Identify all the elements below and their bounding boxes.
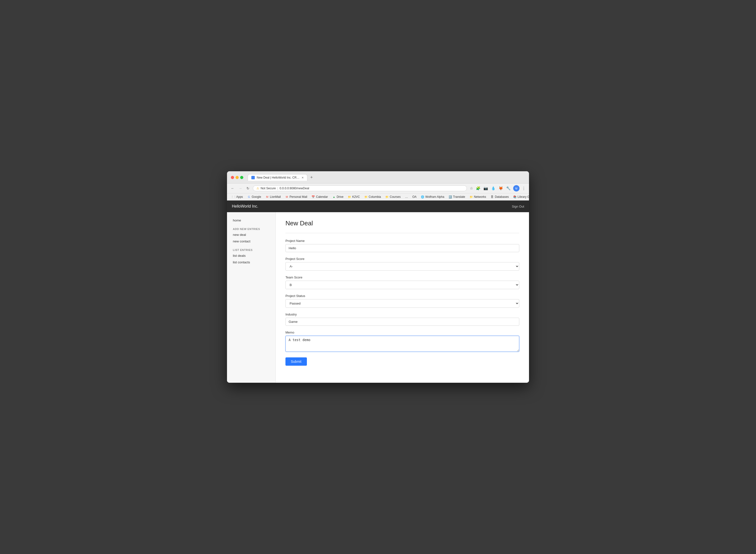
url-text: 0.0.0.0:8080/newDeal: [280, 186, 309, 190]
bookmark-oa[interactable]: OA: [410, 195, 418, 199]
bookmark-courses-label: Courses: [390, 195, 401, 199]
app-topnav: HelloWorld Inc. Sign Out: [227, 201, 529, 212]
sidebar: home ADD NEW ENTRIES new deal new contac…: [227, 212, 276, 383]
bookmark-k2vc-label: K2VC: [352, 195, 360, 199]
project-score-select[interactable]: A+ A A- B+ B B- C+ C C- D F: [285, 262, 519, 271]
profile-avatar[interactable]: U: [513, 185, 520, 191]
team-score-select[interactable]: A+ A A- B+ B B- C+ C C- D F: [285, 281, 519, 289]
project-status-label: Project Status: [285, 294, 519, 298]
bookmark-translate[interactable]: 🔤 Translate: [447, 195, 467, 199]
bookmark-lionmail-label: LionMail: [270, 195, 281, 199]
new-tab-button[interactable]: +: [309, 175, 314, 180]
close-button[interactable]: [231, 176, 234, 179]
minimize-button[interactable]: [236, 176, 239, 179]
bookmark-calendar[interactable]: 📅 Calendar: [309, 195, 330, 199]
bookmark-personal-mail-label: Personal Mail: [290, 195, 307, 199]
bookmark-library-genesis-label: Library Genesis: [518, 195, 529, 199]
back-button[interactable]: ←: [230, 186, 235, 191]
bookmark-wolfram[interactable]: 🌐 Wolfram Alpha: [419, 195, 446, 199]
drive-icon: ▲: [332, 195, 336, 199]
tab-favicon: [251, 176, 255, 179]
project-name-input[interactable]: [285, 244, 519, 252]
library-genesis-icon: 📚: [513, 195, 517, 199]
sidebar-list-section: LIST ENTRIES: [227, 244, 276, 253]
project-score-group: Project Score A+ A A- B+ B B- C+ C C- D …: [285, 257, 519, 271]
memo-group: Memo A test demo: [285, 331, 519, 352]
active-tab[interactable]: New Deal | HelloWorld Inc. CR… ✕: [248, 174, 307, 181]
team-score-label: Team Score: [285, 276, 519, 279]
submit-button[interactable]: Submit: [285, 357, 307, 366]
app-logo: HelloWorld Inc.: [232, 204, 258, 209]
bookmark-google-label: Google: [251, 195, 261, 199]
courses-folder-icon: 📁: [385, 195, 389, 199]
security-icon: ⚠: [256, 186, 259, 190]
memo-textarea[interactable]: A test demo: [285, 336, 519, 352]
bookmark-google[interactable]: G Google: [245, 195, 263, 199]
bookmark-more-label: …: [405, 195, 408, 199]
industry-group: Industry: [285, 313, 519, 326]
bookmark-apps[interactable]: ⋮⋮ Apps: [230, 195, 245, 199]
personal-mail-icon: M: [285, 195, 289, 199]
columbia-folder-icon: 📁: [364, 195, 368, 199]
bookmark-wolfram-label: Wolfram Alpha: [425, 195, 444, 199]
bookmark-databases[interactable]: 🗄 Databases: [488, 195, 511, 199]
signout-button[interactable]: Sign Out: [512, 205, 524, 208]
memo-label: Memo: [285, 331, 519, 334]
extension-puzzle2-button[interactable]: 🔧: [506, 186, 511, 191]
sidebar-item-new-deal[interactable]: new deal: [227, 231, 276, 238]
sidebar-item-new-contact[interactable]: new contact: [227, 238, 276, 244]
bookmarks-bar: ⋮⋮ Apps G Google M LionMail M Personal M…: [227, 193, 529, 201]
bookmark-personal-mail[interactable]: M Personal Mail: [283, 195, 309, 199]
maximize-button[interactable]: [240, 176, 243, 179]
content-area: New Deal Project Name Project Score A+ A…: [276, 212, 529, 383]
forward-button[interactable]: →: [238, 186, 243, 191]
bookmark-apps-label: Apps: [236, 195, 243, 199]
apps-icon: ⋮⋮: [232, 195, 235, 199]
project-status-select[interactable]: Passed Failed Pending In Progress: [285, 299, 519, 308]
bookmark-calendar-label: Calendar: [316, 195, 328, 199]
networks-folder-icon: 📁: [470, 195, 473, 199]
reload-button[interactable]: ↻: [245, 186, 250, 191]
bookmark-networks-label: Networks: [474, 195, 486, 199]
bookmark-drive-label: Drive: [337, 195, 343, 199]
menu-button[interactable]: ⋮: [521, 186, 526, 191]
translate-icon: 🔤: [449, 195, 452, 199]
address-bar-row: ← → ↻ ⚠ Not Secure | 0.0.0.0:8080/newDea…: [227, 183, 529, 193]
bookmark-drive[interactable]: ▲ Drive: [330, 195, 345, 199]
extension-fox-button[interactable]: 🦊: [498, 186, 504, 191]
google-icon: G: [247, 195, 251, 199]
k2vc-folder-icon: 📁: [348, 195, 351, 199]
project-score-label: Project Score: [285, 257, 519, 261]
databases-icon: 🗄: [490, 195, 494, 199]
team-score-group: Team Score A+ A A- B+ B B- C+ C C- D F: [285, 276, 519, 289]
bookmark-star-button[interactable]: ☆: [469, 186, 473, 191]
industry-input[interactable]: [285, 318, 519, 326]
extension-camera-button[interactable]: 📷: [483, 186, 488, 191]
bookmark-columbia[interactable]: 📁 Columbia: [362, 195, 383, 199]
sidebar-item-list-contacts[interactable]: list contacts: [227, 259, 276, 266]
bookmark-lionmail[interactable]: M LionMail: [264, 195, 283, 199]
project-name-label: Project Name: [285, 239, 519, 243]
sidebar-item-home[interactable]: home: [227, 217, 276, 224]
sidebar-item-list-deals[interactable]: list deals: [227, 253, 276, 259]
sidebar-add-new-section: ADD NEW ENTRIES: [227, 224, 276, 231]
bookmark-k2vc[interactable]: 📁 K2VC: [346, 195, 362, 199]
bookmark-library-genesis[interactable]: 📚 Library Genesis: [511, 195, 529, 199]
project-name-group: Project Name: [285, 239, 519, 252]
extension-puzzle-button[interactable]: 🧩: [475, 186, 481, 191]
bookmark-translate-label: Translate: [453, 195, 465, 199]
wolfram-icon: 🌐: [421, 195, 424, 199]
extension-dropper-button[interactable]: 💧: [490, 186, 496, 191]
industry-label: Industry: [285, 313, 519, 316]
bookmark-courses[interactable]: 📁 Courses: [383, 195, 403, 199]
bookmark-databases-label: Databases: [495, 195, 509, 199]
page-title: New Deal: [285, 220, 519, 227]
lionmail-icon: M: [266, 195, 269, 199]
calendar-icon: 📅: [311, 195, 315, 199]
url-divider: |: [277, 186, 278, 190]
tab-close-button[interactable]: ✕: [301, 176, 304, 179]
tab-title: New Deal | HelloWorld Inc. CR…: [257, 176, 300, 179]
bookmark-networks[interactable]: 📁 Networks: [468, 195, 488, 199]
bookmark-dots[interactable]: …: [403, 195, 410, 199]
address-input[interactable]: ⚠ Not Secure | 0.0.0.0:8080/newDeal: [253, 185, 467, 191]
